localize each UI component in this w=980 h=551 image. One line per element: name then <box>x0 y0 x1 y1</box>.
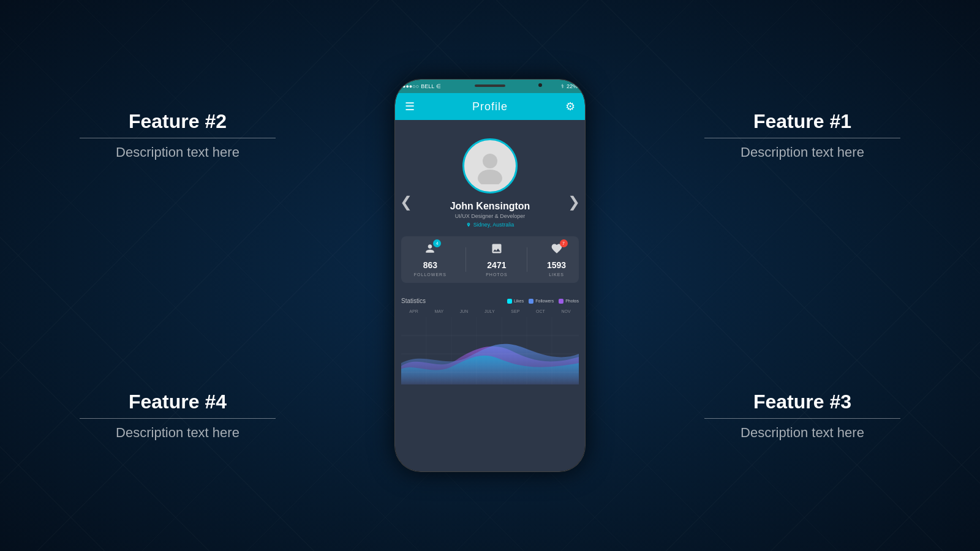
legend-followers: Followers <box>529 299 554 304</box>
month-oct: OCT <box>536 309 545 313</box>
avatar-placeholder-icon <box>472 148 508 184</box>
photos-count: 2471 <box>487 260 506 270</box>
stats-bar: 4 863 FOLLOWERS <box>401 236 579 283</box>
month-may: MAY <box>434 309 443 313</box>
user-role: UI/UX Designer & Developer <box>455 213 526 219</box>
carousel-left-arrow[interactable]: ❮ <box>400 193 412 211</box>
feature-1-desc: Description text here <box>704 144 900 160</box>
user-location: Sidney, Australia <box>466 222 514 228</box>
feature-4-block: Feature #4 Description text here <box>80 391 276 441</box>
feature-4-title: Feature #4 <box>80 391 276 413</box>
battery-level: 22% <box>567 83 578 89</box>
legend-photos: Photos <box>559 299 579 304</box>
carrier-name: BELL <box>421 83 434 89</box>
user-name: John Kensington <box>450 201 530 212</box>
location-text: Sidney, Australia <box>473 222 514 228</box>
feature-3-desc: Description text here <box>704 425 900 441</box>
legend-photos-label: Photos <box>565 299 579 303</box>
feature-2-desc: Description text here <box>80 144 276 160</box>
feature-2-divider <box>80 138 276 138</box>
legend-likes-label: Likes <box>514 299 524 303</box>
page-title: Profile <box>472 100 508 113</box>
month-nov: NOV <box>561 309 570 313</box>
profile-content: ❮ ❯ John Kensington UI/UX Designer & Dev… <box>395 120 585 471</box>
feature-1-title: Feature #1 <box>704 110 900 133</box>
feature-4-divider <box>80 418 276 419</box>
photos-label: PHOTOS <box>486 272 507 277</box>
camera <box>538 83 542 87</box>
month-july: JULY <box>484 309 495 313</box>
likes-icon-wrap: 7 <box>551 242 563 258</box>
feature-1-divider <box>704 138 900 138</box>
likes-label: LIKES <box>549 272 564 277</box>
legend-followers-label: Followers <box>535 299 554 303</box>
chart-svg <box>401 317 579 384</box>
bluetooth-icon: ⚕ <box>561 83 564 89</box>
month-apr: APR <box>409 309 418 313</box>
feature-3-block: Feature #3 Description text here <box>704 391 900 441</box>
feature-2-block: Feature #2 Description text here <box>80 110 276 160</box>
photos-icon <box>491 242 503 255</box>
legend-followers-dot <box>529 299 533 304</box>
status-right: ⚕ 22% <box>561 83 578 89</box>
svg-point-0 <box>483 154 497 168</box>
chart-legend: Likes Followers Photos <box>507 299 579 304</box>
stat-divider-1 <box>466 247 466 272</box>
feature-2-title: Feature #2 <box>80 110 276 133</box>
feature-4-desc: Description text here <box>80 425 276 441</box>
speaker <box>475 84 505 87</box>
location-icon <box>466 222 471 227</box>
stat-divider-2 <box>527 247 527 272</box>
svg-point-1 <box>478 170 502 184</box>
legend-likes-dot <box>507 299 512 304</box>
followers-badge: 4 <box>433 239 441 247</box>
chart-header: Statistics Likes Followers <box>401 298 579 304</box>
chart-area <box>401 317 579 384</box>
photos-stat[interactable]: 2471 PHOTOS <box>486 242 507 277</box>
phone-screen: ●●●○○ BELL ∈ ⚕ 22% ☰ Profile ⚙ <box>395 80 585 471</box>
legend-photos-dot <box>559 299 564 304</box>
chart-title: Statistics <box>401 298 426 304</box>
chart-section: Statistics Likes Followers <box>395 291 585 384</box>
wifi-icon: ∈ <box>436 83 441 89</box>
followers-count: 863 <box>423 260 437 270</box>
settings-icon[interactable]: ⚙ <box>565 100 575 113</box>
followers-label: FOLLOWERS <box>414 272 447 277</box>
avatar <box>462 138 518 193</box>
carousel-right-arrow[interactable]: ❯ <box>568 193 580 211</box>
page-container: Feature #2 Description text here Feature… <box>0 0 980 551</box>
top-bar: ☰ Profile ⚙ <box>395 93 585 120</box>
status-left: ●●●○○ BELL ∈ <box>402 83 441 89</box>
signal-dots: ●●●○○ <box>402 83 419 89</box>
hamburger-icon[interactable]: ☰ <box>405 100 415 113</box>
month-jun: JUN <box>460 309 469 313</box>
feature-3-title: Feature #3 <box>704 391 900 413</box>
followers-icon-wrap: 4 <box>424 242 436 258</box>
phone-body: ●●●○○ BELL ∈ ⚕ 22% ☰ Profile ⚙ <box>395 80 585 471</box>
phone: ●●●○○ BELL ∈ ⚕ 22% ☰ Profile ⚙ <box>395 80 585 471</box>
likes-badge: 7 <box>560 239 568 247</box>
feature-3-divider <box>704 418 900 419</box>
likes-stat[interactable]: 7 1593 LIKES <box>547 242 566 277</box>
month-sep: SEP <box>511 309 519 313</box>
likes-count: 1593 <box>547 260 566 270</box>
chart-months: APR MAY JUN JULY SEP OCT NOV <box>401 309 579 313</box>
followers-stat[interactable]: 4 863 FOLLOWERS <box>414 242 447 277</box>
avatar-section: John Kensington UI/UX Designer & Develop… <box>395 120 585 228</box>
legend-likes: Likes <box>507 299 524 304</box>
feature-1-block: Feature #1 Description text here <box>704 110 900 160</box>
photos-icon-wrap <box>491 242 503 258</box>
